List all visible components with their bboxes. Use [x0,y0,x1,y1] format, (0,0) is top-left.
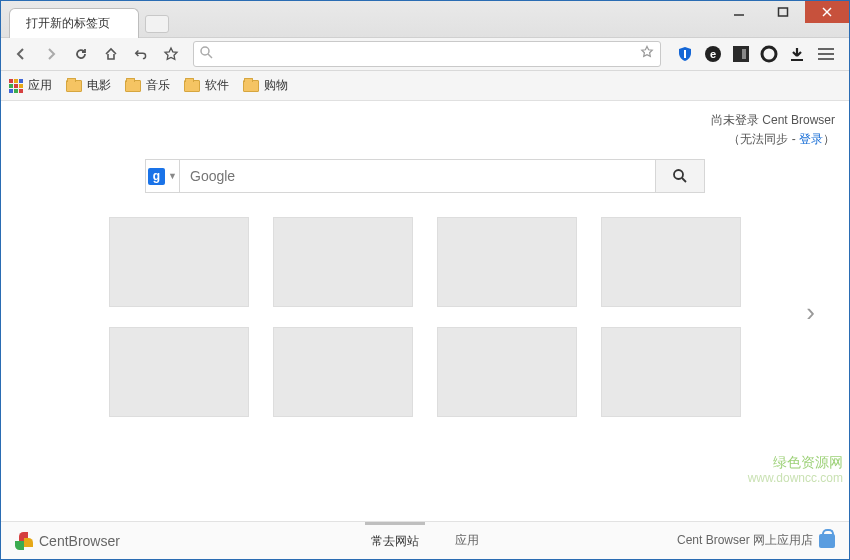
thumbnail-tile[interactable] [437,327,577,417]
home-button[interactable] [97,41,125,67]
maximize-button[interactable] [761,1,805,23]
bookmark-star-button[interactable] [157,41,185,67]
svg-line-5 [208,54,212,58]
bookmark-folder[interactable]: 音乐 [125,77,170,94]
minimize-button[interactable] [717,1,761,23]
watermark: 绿色资源网 www.downcc.com [748,454,843,485]
reload-button[interactable] [67,41,95,67]
thumbnail-tile[interactable] [109,327,249,417]
folder-icon [243,80,259,92]
extension-ring-icon[interactable] [759,44,779,64]
chevron-down-icon: ▼ [168,171,177,181]
extension-dark-square-icon[interactable] [731,44,751,64]
new-tab-page: 尚未登录 Cent Browser （无法同步 - 登录） g ▼ [1,101,849,521]
google-g-icon: g [148,168,165,185]
address-bar[interactable] [193,41,661,67]
svg-rect-9 [742,49,746,59]
url-input[interactable] [217,43,636,65]
footer-tab-frequent[interactable]: 常去网站 [365,522,425,558]
svg-rect-1 [779,8,788,16]
web-store-link[interactable]: Cent Browser 网上应用店 [677,532,835,549]
footer-tab-apps[interactable]: 应用 [449,523,485,559]
bookmark-page-icon[interactable] [640,45,654,63]
bookmark-folder[interactable]: 软件 [184,77,229,94]
magnify-icon [672,168,688,184]
store-bag-icon [819,534,835,548]
folder-icon [66,80,82,92]
apps-shortcut[interactable]: 应用 [9,77,52,94]
bookmark-folder[interactable]: 购物 [243,77,288,94]
svg-line-12 [682,178,686,182]
downloads-icon[interactable] [787,44,807,64]
brand: CentBrowser [15,532,120,550]
signin-line1: 尚未登录 Cent Browser [711,111,835,130]
bookmarks-bar: 应用 电影 音乐 软件 购物 [1,71,849,101]
signin-link[interactable]: 登录 [799,132,823,146]
titlebar: 打开新的标签页 [1,1,849,37]
close-button[interactable] [805,1,849,23]
svg-point-4 [201,47,209,55]
menu-button[interactable] [815,48,837,60]
active-tab[interactable]: 打开新的标签页 [9,8,139,38]
ntp-search: g ▼ [145,159,705,193]
svg-text:e: e [710,48,716,60]
signin-status: 尚未登录 Cent Browser （无法同步 - 登录） [711,111,835,149]
forward-button[interactable] [37,41,65,67]
next-page-button[interactable]: › [806,297,815,328]
svg-point-10 [762,47,776,61]
apps-label: 应用 [28,77,52,94]
folder-icon [184,80,200,92]
tab-title: 打开新的标签页 [26,15,110,32]
search-engine-selector[interactable]: g ▼ [145,159,179,193]
undo-button[interactable] [127,41,155,67]
toolbar: e [1,37,849,71]
thumbnail-tile[interactable] [273,217,413,307]
svg-rect-8 [733,46,749,62]
footer-tabs: 常去网站 应用 [365,523,485,559]
window-controls [717,1,849,23]
ntp-search-input[interactable] [179,159,655,193]
centbrowser-logo-icon [15,532,33,550]
svg-point-11 [674,170,683,179]
thumbnail-tile[interactable] [601,217,741,307]
extension-area: e [669,44,843,64]
thumbnail-tile[interactable] [601,327,741,417]
brand-label: CentBrowser [39,533,120,549]
bookmark-folder[interactable]: 电影 [66,77,111,94]
apps-grid-icon [9,79,23,93]
extension-circle-e-icon[interactable]: e [703,44,723,64]
extension-shield-icon[interactable] [675,44,695,64]
ntp-footer: CentBrowser 常去网站 应用 Cent Browser 网上应用店 [1,521,849,559]
speed-dial: › [85,207,765,417]
search-icon [200,45,213,63]
thumbnail-tile[interactable] [437,217,577,307]
thumbnail-tile[interactable] [109,217,249,307]
thumbnail-tile[interactable] [273,327,413,417]
ntp-search-button[interactable] [655,159,705,193]
back-button[interactable] [7,41,35,67]
browser-window: 打开新的标签页 e [0,0,850,560]
folder-icon [125,80,141,92]
new-tab-button[interactable] [145,15,169,33]
